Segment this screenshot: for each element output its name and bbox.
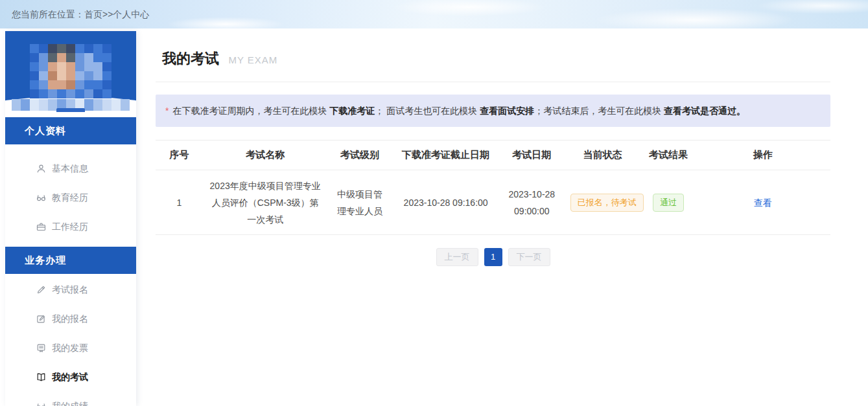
notice-star: *	[165, 106, 169, 116]
breadcrumb-bar: 您当前所在位置：首页>>个人中心	[0, 0, 868, 28]
sidebar-item-work-history[interactable]: 工作经历	[5, 212, 136, 242]
notice-text: 在下载准考证周期内，考生可在此模块 下载准考证； 面试考生也可在此模块 查看面试…	[172, 106, 745, 116]
notice-plain-text: ； 面试考生也可在此模块	[375, 106, 480, 116]
col-header-4: 下载准考证截止日期	[392, 141, 500, 170]
glasses-icon	[36, 192, 47, 203]
next-page-button[interactable]: 下一页	[508, 248, 550, 266]
edit-icon	[36, 313, 47, 324]
profile-card	[5, 31, 136, 112]
col-header-2: 考试名称	[203, 141, 328, 170]
ticket-deadline: 2023-10-28 09:16:00	[392, 170, 500, 235]
title-row: 我的考试 MY EXAM	[156, 28, 830, 82]
user-icon	[36, 163, 47, 174]
briefcase-icon	[36, 221, 47, 232]
menu-item-label: 我的发票	[52, 343, 88, 354]
pagination: 上一页 1 下一页	[156, 248, 830, 266]
section-header-personal-info: 个人资料	[5, 117, 136, 144]
sidebar-item-my-invoice[interactable]: 我的发票	[5, 333, 136, 363]
exam-seq: 1	[156, 170, 203, 235]
notice-bar: *在下载准考证周期内，考生可在此模块 下载准考证； 面试考生也可在此模块 查看面…	[156, 95, 830, 127]
menu-item-label: 基本信息	[52, 163, 88, 175]
sidebar-item-basic-info[interactable]: 基本信息	[5, 154, 136, 183]
menu-personal-info: 基本信息教育经历工作经历	[5, 144, 136, 242]
result-badge: 通过	[653, 194, 684, 212]
page-subtitle: MY EXAM	[228, 54, 277, 65]
exam-table: 序号考试名称考试级别下载准考证截止日期考试日期当前状态考试结果操作 12023年…	[156, 140, 830, 235]
col-header-7: 考试结果	[641, 141, 695, 170]
sidebar-item-my-exam[interactable]: 我的考试	[5, 363, 136, 392]
sidebar-item-my-registration[interactable]: 我的报名	[5, 304, 136, 333]
sidebar-item-education-history[interactable]: 教育经历	[5, 183, 136, 212]
status-badge: 已报名，待考试	[570, 194, 644, 212]
col-header-1: 序号	[156, 141, 203, 170]
menu-item-label: 我的考试	[52, 372, 88, 383]
menu-business: 考试报名我的报名我的发票我的考试我的成绩	[5, 274, 136, 406]
glasses-icon	[36, 401, 47, 406]
exam-date: 2023-10-28 09:00:00	[500, 170, 564, 235]
avatar	[30, 44, 111, 98]
sidebar-item-my-score[interactable]: 我的成绩	[5, 392, 136, 406]
notice-bold-text: 下载准考证	[329, 106, 375, 116]
table-header-row: 序号考试名称考试级别下载准考证截止日期考试日期当前状态考试结果操作	[156, 141, 830, 170]
sidebar-nav: 个人资料基本信息教育经历工作经历业务办理考试报名我的报名我的发票我的考试我的成绩	[5, 117, 136, 406]
prev-page-button[interactable]: 上一页	[436, 248, 478, 266]
sidebar-item-exam-registration[interactable]: 考试报名	[5, 275, 136, 304]
menu-item-label: 考试报名	[52, 284, 88, 296]
col-header-3: 考试级别	[327, 141, 392, 170]
notice-plain-text: 在下载准考证周期内，考生可在此模块	[172, 106, 329, 116]
user-name-blurred-accent	[56, 108, 85, 112]
page-number-1[interactable]: 1	[484, 248, 502, 266]
notice-plain-text: ；考试结束后，考生可在此模块	[534, 106, 664, 116]
notice-bold-text: 查看面试安排	[480, 106, 534, 116]
section-header-business: 业务办理	[5, 247, 136, 274]
exam-level: 中级项目管理专业人员	[327, 170, 392, 235]
result-cell: 通过	[641, 170, 695, 235]
notice-bold-text: 查看考试是否通过。	[664, 106, 745, 116]
pencil-icon	[36, 284, 47, 295]
menu-item-label: 我的报名	[52, 313, 88, 325]
main-panel: 我的考试 MY EXAM *在下载准考证周期内，考生可在此模块 下载准考证； 面…	[156, 28, 830, 406]
status-cell: 已报名，待考试	[564, 170, 642, 235]
col-header-8: 操作	[696, 141, 830, 170]
menu-item-label: 我的成绩	[52, 401, 88, 406]
invoice-icon	[36, 343, 47, 354]
menu-item-label: 教育经历	[52, 192, 88, 204]
col-header-5: 考试日期	[500, 141, 564, 170]
menu-item-label: 工作经历	[52, 221, 88, 233]
exam-name: 2023年度中级项目管理专业人员评价（CSPM-3级）第一次考试	[203, 170, 328, 235]
col-header-6: 当前状态	[564, 141, 642, 170]
breadcrumb: 您当前所在位置：首页>>个人中心	[12, 9, 149, 19]
page-title: 我的考试	[162, 51, 219, 67]
action-cell: 查看	[696, 170, 830, 235]
sidebar: 个人资料基本信息教育经历工作经历业务办理考试报名我的报名我的发票我的考试我的成绩	[5, 31, 136, 406]
view-link[interactable]: 查看	[754, 197, 772, 208]
table-row: 12023年度中级项目管理专业人员评价（CSPM-3级）第一次考试中级项目管理专…	[156, 170, 830, 235]
book-icon	[36, 372, 47, 383]
